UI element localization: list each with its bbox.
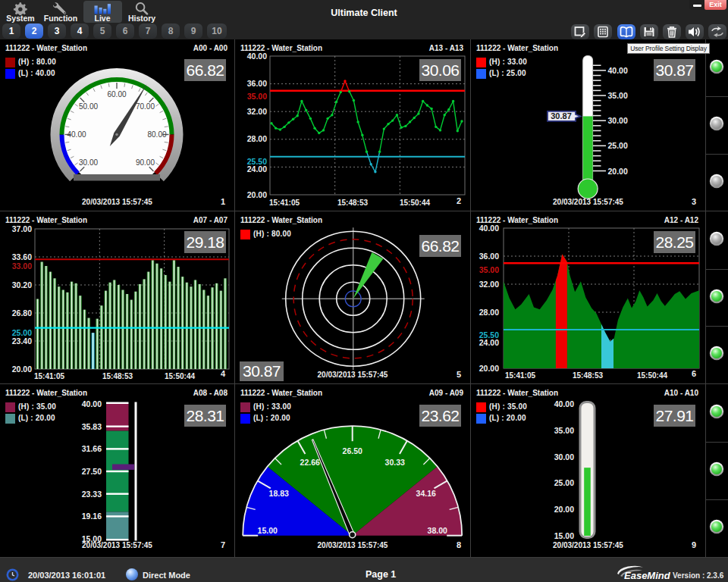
svg-text:15.00: 15.00 bbox=[258, 526, 278, 535]
svg-text:28.00: 28.00 bbox=[247, 134, 267, 143]
svg-text:23.33: 23.33 bbox=[82, 490, 102, 499]
svg-text:30.33: 30.33 bbox=[385, 458, 405, 467]
svg-text:80.00: 80.00 bbox=[147, 130, 166, 139]
svg-text:60.00: 60.00 bbox=[107, 90, 126, 99]
svg-text:15:41:05: 15:41:05 bbox=[269, 199, 300, 207]
svg-text:20.00: 20.00 bbox=[247, 190, 267, 199]
svg-text:15:41:05: 15:41:05 bbox=[505, 371, 535, 380]
svg-text:30.00: 30.00 bbox=[79, 158, 98, 167]
svg-text:24.00: 24.00 bbox=[247, 164, 267, 174]
svg-text:18.83: 18.83 bbox=[269, 489, 289, 498]
svg-text:24.00: 24.00 bbox=[479, 338, 499, 347]
svg-text:15:48:53: 15:48:53 bbox=[102, 372, 133, 380]
svg-text:33.00: 33.00 bbox=[12, 261, 32, 271]
svg-text:25.00: 25.00 bbox=[554, 478, 574, 487]
svg-text:34.16: 34.16 bbox=[416, 489, 436, 498]
svg-text:40.00: 40.00 bbox=[67, 130, 86, 139]
svg-text:28.00: 28.00 bbox=[479, 308, 499, 317]
svg-text:38.00: 38.00 bbox=[428, 526, 447, 535]
svg-text:20.00: 20.00 bbox=[479, 364, 499, 373]
svg-text:35.00: 35.00 bbox=[247, 92, 267, 101]
svg-text:27.50: 27.50 bbox=[82, 467, 102, 476]
svg-text:25.00: 25.00 bbox=[608, 141, 628, 150]
svg-text:36.00: 36.00 bbox=[247, 79, 267, 88]
svg-text:19.16: 19.16 bbox=[82, 512, 102, 521]
svg-text:37.00: 37.00 bbox=[12, 224, 32, 233]
svg-text:15:41:05: 15:41:05 bbox=[34, 372, 64, 380]
svg-text:EaseMind: EaseMind bbox=[624, 570, 671, 581]
svg-text:70.00: 70.00 bbox=[136, 102, 155, 111]
svg-text:33.60: 33.60 bbox=[12, 252, 32, 261]
svg-text:40.00: 40.00 bbox=[554, 399, 574, 408]
svg-text:15:48:53: 15:48:53 bbox=[573, 371, 603, 380]
svg-text:40.00: 40.00 bbox=[608, 66, 628, 75]
svg-text:40.00: 40.00 bbox=[247, 52, 267, 61]
svg-text:40.00: 40.00 bbox=[479, 224, 499, 233]
svg-text:35.83: 35.83 bbox=[82, 422, 102, 431]
svg-text:31.66: 31.66 bbox=[82, 444, 102, 453]
svg-text:20.00: 20.00 bbox=[12, 365, 32, 374]
svg-text:90.00: 90.00 bbox=[136, 158, 155, 167]
svg-text:30.87: 30.87 bbox=[551, 111, 572, 120]
svg-text:35.00: 35.00 bbox=[554, 426, 574, 435]
svg-text:40.00: 40.00 bbox=[82, 399, 102, 408]
svg-text:15.00: 15.00 bbox=[554, 531, 574, 540]
svg-text:30.00: 30.00 bbox=[554, 452, 574, 462]
svg-text:26.50: 26.50 bbox=[343, 446, 362, 455]
svg-text:35.00: 35.00 bbox=[608, 91, 628, 100]
svg-text:15:48:53: 15:48:53 bbox=[337, 199, 368, 207]
svg-text:26.80: 26.80 bbox=[12, 308, 32, 318]
svg-text:15:50:44: 15:50:44 bbox=[400, 199, 430, 207]
svg-text:15:50:44: 15:50:44 bbox=[637, 371, 667, 380]
svg-text:23.40: 23.40 bbox=[12, 336, 32, 346]
svg-text:35.00: 35.00 bbox=[479, 265, 499, 274]
svg-text:15:50:44: 15:50:44 bbox=[165, 372, 195, 380]
svg-text:20.00: 20.00 bbox=[608, 167, 628, 176]
svg-text:32.00: 32.00 bbox=[479, 280, 499, 289]
svg-text:30.20: 30.20 bbox=[12, 280, 32, 289]
svg-text:32.00: 32.00 bbox=[247, 107, 267, 116]
svg-text:30.00: 30.00 bbox=[608, 116, 628, 125]
svg-text:22.66: 22.66 bbox=[300, 458, 320, 467]
svg-text:20.00: 20.00 bbox=[554, 505, 574, 514]
svg-text:36.00: 36.00 bbox=[479, 252, 499, 261]
svg-text:50.00: 50.00 bbox=[79, 102, 98, 111]
